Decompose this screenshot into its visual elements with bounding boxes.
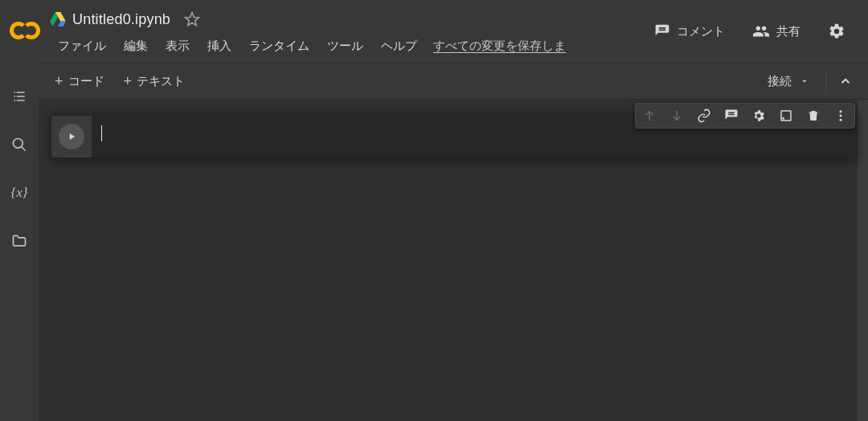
save-status-link[interactable]: すべての変更を保存しま: [433, 39, 566, 54]
menu-tools[interactable]: ツール: [319, 35, 371, 57]
comments-label: コメント: [677, 24, 725, 39]
menu-insert[interactable]: 挿入: [199, 35, 240, 57]
cell-settings-button[interactable]: [748, 105, 769, 126]
add-text-label: テキスト: [137, 74, 185, 89]
settings-button[interactable]: [823, 18, 850, 45]
caret-down-icon: [800, 76, 809, 86]
play-icon: [66, 131, 77, 142]
svg-point-9: [840, 110, 842, 112]
cell-comment-button[interactable]: [721, 105, 742, 126]
plus-icon: +: [55, 74, 63, 88]
gear-icon: [751, 108, 766, 123]
comments-button[interactable]: コメント: [649, 18, 730, 44]
menu-runtime[interactable]: ランタイム: [241, 35, 317, 57]
arrow-up-icon: [642, 108, 657, 123]
svg-marker-1: [58, 21, 66, 27]
cell-more-button[interactable]: [830, 105, 851, 126]
gear-icon: [828, 22, 845, 40]
svg-point-11: [840, 119, 842, 121]
colab-logo[interactable]: [0, 0, 50, 63]
find-button[interactable]: [6, 132, 32, 157]
add-code-label: コード: [68, 74, 104, 89]
menu-file[interactable]: ファイル: [50, 35, 114, 57]
mirror-tab-icon: [779, 108, 793, 123]
move-cell-down-button[interactable]: [666, 105, 687, 126]
svg-marker-3: [186, 13, 199, 26]
chevron-up-icon: [838, 74, 853, 88]
notebook-toolbar: + コード + テキスト 接続: [39, 63, 868, 100]
move-cell-up-button[interactable]: [639, 105, 660, 126]
cell-link-button[interactable]: [694, 105, 714, 126]
comment-icon: [724, 108, 739, 123]
toc-button[interactable]: [6, 84, 32, 109]
star-button[interactable]: [182, 9, 203, 30]
svg-rect-8: [781, 111, 791, 121]
menu-help[interactable]: ヘルプ: [373, 35, 425, 57]
variables-button[interactable]: {x}: [6, 180, 32, 206]
connect-button[interactable]: 接続: [760, 71, 817, 92]
plus-icon: +: [124, 74, 133, 88]
share-button[interactable]: 共有: [747, 18, 805, 45]
svg-point-10: [840, 115, 842, 117]
share-label: 共有: [776, 24, 800, 39]
connect-label: 接続: [768, 74, 792, 89]
add-text-cell-button[interactable]: + テキスト: [114, 71, 195, 92]
variables-icon: {x}: [10, 185, 27, 201]
code-cell: [51, 116, 855, 157]
comment-icon: [654, 23, 670, 39]
doc-title[interactable]: Untitled0.ipynb: [72, 11, 170, 28]
notebook-area: [39, 100, 868, 421]
trash-icon: [806, 108, 821, 123]
menu-view[interactable]: 表示: [158, 35, 198, 57]
people-icon: [752, 22, 770, 40]
link-icon: [697, 108, 711, 123]
svg-line-5: [22, 147, 26, 151]
folder-icon: [11, 233, 27, 249]
files-button[interactable]: [6, 228, 32, 254]
vertical-scrollbar[interactable]: [858, 100, 868, 421]
more-vert-icon: [833, 108, 848, 123]
search-icon: [11, 137, 27, 153]
text-cursor: [101, 125, 102, 141]
menu-edit[interactable]: 編集: [116, 35, 156, 57]
cell-delete-button[interactable]: [803, 105, 824, 126]
collapse-header-button[interactable]: [829, 65, 862, 97]
menu-bar: ファイル 編集 表示 挿入 ランタイム ツール ヘルプ すべての変更を保存しま: [50, 32, 640, 59]
toc-icon: [11, 88, 27, 104]
add-code-cell-button[interactable]: + コード: [45, 71, 114, 92]
drive-icon: [50, 12, 66, 27]
run-cell-button[interactable]: [59, 124, 84, 149]
arrow-down-icon: [669, 108, 684, 123]
cell-mirror-button[interactable]: [776, 105, 796, 126]
svg-point-4: [14, 139, 23, 149]
app-header: Untitled0.ipynb ファイル 編集 表示 挿入 ランタイム ツール …: [0, 0, 868, 63]
left-rail: {x}: [0, 63, 39, 421]
cell-toolbar: [635, 103, 855, 129]
